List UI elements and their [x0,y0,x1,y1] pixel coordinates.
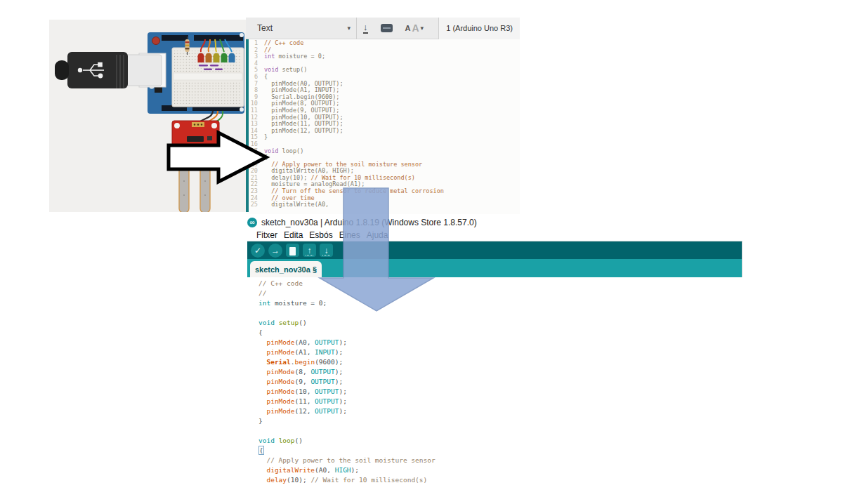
code-line: delay(10); // Wait for 10 millisecond(s) [258,475,742,484]
new-sketch-button[interactable] [286,244,299,257]
verify-button[interactable]: ✓ [251,244,265,258]
edit-mode-dropdown[interactable]: Text ▾ [246,18,357,39]
document-icon [289,247,296,256]
edit-mode-value: Text [257,23,273,33]
usb-cable [55,52,166,88]
board-selector-label: 1 (Arduino Uno R3) [446,24,513,32]
code-line: pinMode(10, OUTPUT); [258,387,742,397]
archive-icon [381,24,393,32]
code-line: void loop() [258,436,742,446]
upload-button[interactable]: → [268,244,282,258]
font-size-icon: A [405,24,411,32]
arduino-app-icon: ∞ [247,218,257,227]
code-line: pinMode(9, OUTPUT); [258,377,742,387]
led [198,53,204,63]
code-editor-toolbar: Text ▾ ↓ A A ▾ 1 (Arduino Uno R3) [246,18,520,39]
code-line: 3int moisture = 0; [249,53,517,60]
menu-item-fitxer[interactable]: Fitxer [256,230,277,240]
led [206,53,212,63]
download-code-button[interactable]: ↓ [357,18,374,39]
code-line: 17void loop() [249,148,517,155]
leds [198,53,235,63]
code-line: // Apply power to the soil moisture sens… [258,456,742,465]
code-line: pinMode(A1, INPUT); [258,347,742,357]
led [229,53,235,63]
led [221,53,228,63]
code-line: 15} [249,134,517,141]
code-line: void setup() [258,318,742,328]
code-line: Serial.begin(9600); [258,357,742,367]
black-arrow [165,128,270,186]
code-line: digitalWrite(A0, HIGH); [258,465,742,475]
chevron-down-icon: ▾ [421,25,424,32]
code-line: pinMode(A0, OUTPUT); [258,338,742,347]
code-line: pinMode(12, OUTPUT); [258,406,742,416]
code-line: 14 pinMode(12, OUTPUT); [249,128,517,135]
menu-item-edita[interactable]: Edita [284,230,303,240]
code-line: } [258,416,742,426]
code-line: { [258,446,742,456]
chevron-down-icon: ▾ [347,25,351,32]
blue-arrow [309,183,478,316]
code-line: pinMode(11, OUTPUT); [258,397,742,406]
download-icon: ↓ [363,23,368,34]
code-line [258,426,742,436]
board-selector[interactable]: 1 (Arduino Uno R3) [438,18,520,39]
code-line: 1// C++ code [249,40,517,47]
led [214,53,220,63]
code-line: 5void setup() [249,67,517,74]
serial-monitor-button[interactable] [374,18,399,39]
font-size-dropdown[interactable]: A A ▾ [399,18,431,39]
code-line: { [258,328,742,338]
code-line: pinMode(8, OUTPUT); [258,367,742,377]
figure-canvas: Soil Moisture Text ▾ ↓ A A ▾ 1 (Arduino … [0,0,864,504]
